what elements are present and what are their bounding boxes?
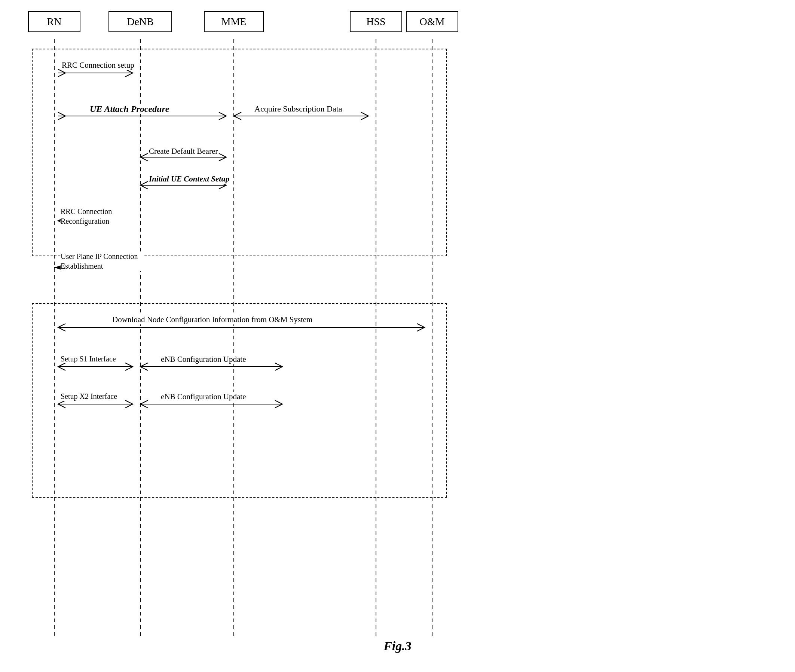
entity-RN: RN [28, 11, 80, 32]
label-download-node: Download Node Configuration Information … [112, 315, 312, 325]
label-rrc-setup: RRC Connection setup [62, 61, 134, 70]
label-enb-update2: eNB Configuration Update [161, 392, 246, 402]
label-rrc-reconfig: RRC ConnectionReconfiguration [61, 206, 136, 226]
entity-OAM: O&M [406, 11, 458, 32]
fig-caption: Fig.3 [384, 639, 411, 653]
entity-DeNB: DeNB [109, 11, 172, 32]
entity-HSS: HSS [350, 11, 402, 32]
label-user-plane: User Plane IP ConnectionEstablishment [61, 251, 143, 271]
label-create-bearer: Create Default Bearer [149, 147, 218, 156]
entity-MME: MME [204, 11, 264, 32]
label-ue-attach: UE Attach Procedure [90, 104, 169, 114]
label-enb-update1: eNB Configuration Update [161, 355, 246, 364]
label-setup-x2: Setup X2 Interface [61, 392, 117, 401]
diagram-container: RN DeNB MME HSS O&M [0, 0, 795, 672]
label-setup-s1: Setup S1 Interface [61, 355, 116, 363]
label-acq-sub: Acquire Subscription Data [254, 104, 342, 114]
label-initial-ue: Initial UE Context Setup [149, 174, 229, 184]
